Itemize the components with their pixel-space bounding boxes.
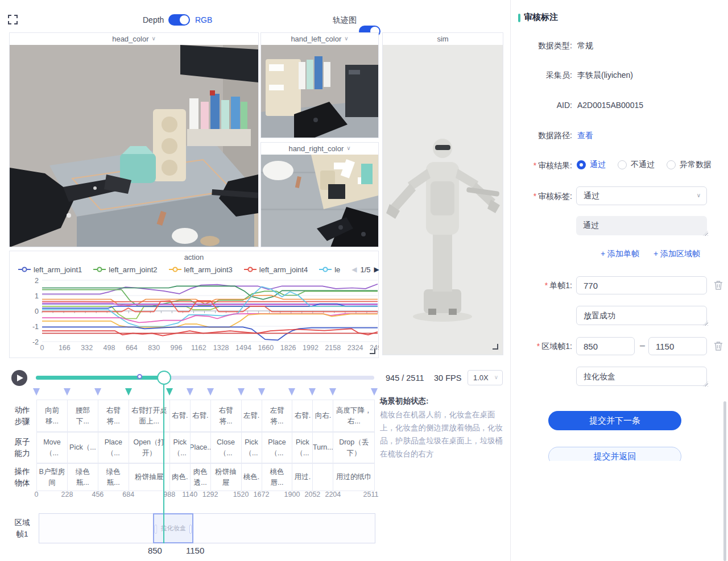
timeline-marker[interactable] [33, 388, 40, 396]
svg-text:498: 498 [104, 344, 115, 352]
step-cell[interactable]: B户型房间 [36, 463, 68, 491]
step-cell[interactable]: 用过的纸巾 [333, 463, 375, 491]
legend-item[interactable]: le [319, 265, 340, 274]
data-path-link[interactable]: 查看 [577, 131, 593, 141]
add-single-frame-link[interactable]: + 添加单帧 [601, 249, 639, 259]
step-cell[interactable]: 右臂. [190, 400, 211, 432]
region-frame-note[interactable]: 拉化妆盒 [576, 367, 707, 386]
step-cell[interactable] [312, 463, 333, 491]
step-cell[interactable]: 桃色唇... [262, 463, 293, 491]
legend-item[interactable]: left_arm_joint3 [169, 265, 233, 274]
submit-next-button[interactable]: 提交并下一条 [548, 411, 681, 430]
prev-page-icon[interactable]: ◀ [351, 265, 357, 273]
radio-option[interactable]: 不通过 [618, 160, 655, 170]
review-tag-textarea[interactable]: 通过 [576, 216, 707, 235]
frame-axis-label: 0 [35, 491, 39, 498]
svg-text:1: 1 [35, 292, 39, 300]
add-region-frame-link[interactable]: + 添加区域帧 [653, 249, 700, 259]
step-cell[interactable]: 右臂. [292, 400, 313, 432]
step-cell[interactable]: 向右. [312, 400, 333, 432]
radio-selected-icon [577, 160, 586, 169]
camera-head-selector[interactable]: head_color ∨ [10, 33, 258, 45]
radio-option[interactable]: 通过 [577, 160, 606, 170]
step-cell[interactable]: Pick（... [67, 432, 98, 463]
timeline-marker[interactable] [125, 388, 132, 396]
camera-hand-right-selector[interactable]: hand_right_color ∨ [261, 143, 378, 155]
timeline-marker[interactable] [166, 388, 173, 396]
region-end-input[interactable] [648, 337, 707, 355]
next-page-icon[interactable]: ▶ [374, 265, 379, 273]
timeline-marker[interactable] [94, 388, 101, 396]
play-button[interactable] [11, 370, 27, 386]
step-cell[interactable]: 绿色瓶... [67, 463, 98, 491]
fullscreen-icon[interactable] [8, 15, 18, 24]
svg-text:0: 0 [35, 307, 39, 315]
sim-viewport[interactable] [383, 45, 503, 355]
trash-icon[interactable] [714, 341, 723, 351]
step-cell[interactable]: Place.. [190, 432, 211, 463]
timeline-marker[interactable] [309, 388, 316, 396]
timeline-marker[interactable] [64, 388, 71, 396]
review-tag-select[interactable]: 通过 ∨ [576, 186, 707, 205]
segment-handle-right[interactable] [189, 525, 192, 534]
trash-icon[interactable] [714, 280, 723, 290]
legend-item[interactable]: left_arm_joint2 [93, 265, 157, 274]
segment-handle-left[interactable] [155, 525, 157, 534]
speed-select[interactable]: 1.0X ∨ [468, 370, 503, 385]
timeline-marker[interactable] [329, 388, 336, 396]
legend-label: left_arm_joint1 [34, 265, 82, 274]
scrollbar-thumb[interactable] [723, 401, 726, 561]
step-cell[interactable]: 腰部下... [67, 400, 98, 432]
step-cell[interactable]: 用过. [292, 463, 313, 491]
single-frame-note[interactable]: 放置成功 [576, 306, 707, 325]
collector-label: 采集员: [511, 70, 572, 81]
step-cell[interactable]: Move（... [36, 432, 68, 463]
step-cell[interactable]: Turn... [312, 432, 333, 463]
step-cell[interactable]: 向前移... [36, 400, 68, 432]
step-cell[interactable]: 肉色. [169, 463, 191, 491]
svg-text:996: 996 [171, 344, 183, 352]
step-cell[interactable]: 左臂将... [262, 400, 293, 432]
timeline-slider[interactable] [36, 376, 374, 380]
chevron-down-icon: ∨ [344, 35, 348, 41]
region-start-input[interactable] [576, 337, 635, 355]
timeline-marker[interactable] [288, 388, 295, 396]
step-cell[interactable]: 右臂将... [98, 400, 129, 432]
region-frame-track[interactable]: 拉化妆盒 [39, 513, 375, 543]
step-cell[interactable]: Pick（... [292, 432, 313, 463]
step-cell[interactable]: Place（... [262, 432, 293, 463]
playhead-cursor-line[interactable] [163, 385, 164, 543]
step-cell[interactable]: 粉饼抽屉 [210, 463, 242, 491]
step-cell[interactable]: 绿色瓶... [98, 463, 129, 491]
single-frame-input[interactable] [576, 276, 707, 294]
timeline-marker[interactable] [238, 388, 245, 396]
depth-rgb-toggle[interactable] [168, 14, 190, 26]
radio-icon [618, 160, 627, 169]
timeline-marker[interactable] [258, 388, 265, 396]
step-cell[interactable]: 肉色透... [190, 463, 211, 491]
step-cell[interactable]: 右臂将... [210, 400, 242, 432]
step-cell[interactable]: 高度下降，右... [333, 400, 375, 432]
step-cell[interactable]: Close（... [210, 432, 242, 463]
region-frame-segment[interactable]: 拉化妆盒 [153, 513, 193, 543]
step-cell[interactable]: Place（... [98, 432, 129, 463]
svg-text:332: 332 [81, 344, 93, 352]
timeline-marker[interactable] [371, 388, 378, 396]
step-cell[interactable]: Pick（... [169, 432, 191, 463]
step-cell[interactable]: Drop（丢下） [333, 432, 375, 463]
data-path-label: 数据路径: [511, 131, 572, 141]
timeline-marker[interactable] [187, 388, 193, 396]
slider-handle[interactable] [157, 371, 171, 385]
step-cell[interactable]: Pick（... [241, 432, 262, 463]
radio-option[interactable]: 异常数据 [667, 160, 712, 170]
step-cell[interactable]: 桃色. [241, 463, 262, 491]
camera-hand-left-selector[interactable]: hand_left_color ∨ [261, 33, 378, 45]
timeline-marker[interactable] [207, 388, 214, 396]
submit-back-button[interactable]: 提交并返回 [548, 447, 681, 461]
step-cell[interactable]: 左臂. [241, 400, 262, 432]
review-tag-label: *审核标签: [511, 192, 572, 202]
legend-item[interactable]: left_arm_joint1 [18, 265, 82, 274]
step-cell[interactable]: 右臂. [169, 400, 191, 432]
resize-corner-icon[interactable] [493, 344, 498, 350]
legend-item[interactable]: left_arm_joint4 [244, 265, 308, 274]
